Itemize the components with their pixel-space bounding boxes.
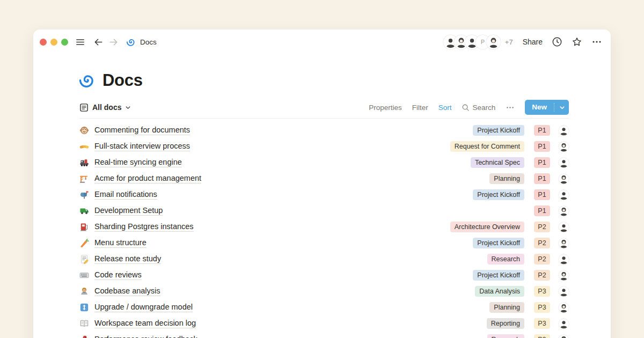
truck-icon [79, 206, 89, 216]
assignee-avatar [559, 190, 569, 200]
priority-badge: P3 [534, 318, 550, 329]
doc-title[interactable]: Acme for product management [94, 174, 201, 183]
woman-technologist-icon [79, 286, 89, 296]
doc-title[interactable]: Workspace team decision log [94, 319, 196, 328]
doc-tag: Project Kickoff [473, 238, 524, 248]
toolbar-more-icon[interactable] [506, 103, 515, 112]
doc-row[interactable]: Real-time syncing engineTechnical SpecP1 [79, 155, 569, 171]
doc-title[interactable]: Real-time syncing engine [94, 158, 182, 167]
more-options-icon[interactable] [591, 36, 602, 47]
doc-title[interactable]: Full-stack interview process [94, 142, 190, 151]
fuel-pump-icon [79, 222, 89, 232]
doc-title[interactable]: Sharding Postgres instances [94, 222, 194, 232]
hamburger-menu-icon[interactable] [75, 37, 85, 47]
doc-title[interactable]: Performance review feedback [94, 335, 197, 338]
page-title: Docs [103, 71, 143, 90]
keyboard-icon [79, 270, 89, 280]
assignee-avatar [559, 126, 569, 136]
assignee-avatar [559, 303, 569, 313]
doc-tag: Planning [489, 302, 524, 313]
doc-tag: Project Kickoff [473, 125, 524, 136]
assignee-avatar [559, 335, 569, 338]
assignee-avatar [559, 238, 569, 248]
doc-row[interactable]: Codebase analysisData AnalysisP3 [79, 283, 569, 299]
new-dropdown-chevron-icon[interactable] [555, 105, 569, 111]
doc-title[interactable]: Commenting for documents [94, 126, 190, 135]
close-window-button[interactable] [40, 39, 47, 46]
docs-app-logo-icon [127, 38, 136, 47]
sort-button[interactable]: Sort [438, 104, 452, 112]
doc-row[interactable]: Development SetupP1 [79, 203, 569, 219]
assignee-avatar [559, 174, 569, 184]
doc-title[interactable]: Menu structure [94, 238, 147, 248]
doc-tag: Research [487, 254, 525, 264]
history-clock-icon[interactable] [552, 36, 562, 47]
doc-tag: Request for Comment [450, 141, 524, 152]
assignee-avatar [559, 142, 569, 152]
doc-tag: Project Kickoff [473, 189, 524, 200]
page-header: Docs [79, 71, 569, 90]
favorite-star-icon[interactable] [572, 36, 582, 47]
chevron-down-icon [125, 105, 131, 111]
doc-row[interactable]: Acme for product managementPlanningP1 [79, 171, 569, 187]
assignee-avatar [559, 286, 569, 297]
view-switcher-all-docs[interactable]: All docs [79, 103, 131, 112]
priority-badge: P3 [534, 302, 550, 313]
properties-button[interactable]: Properties [369, 104, 402, 112]
priority-badge: P1 [534, 141, 550, 152]
document-icon [79, 103, 89, 112]
avatar-stack[interactable]: P [443, 35, 501, 49]
doc-row[interactable]: Workspace team decision logReportingP3 [79, 315, 569, 332]
avatar-overflow-count: +7 [505, 38, 513, 46]
doc-row[interactable]: Code reviewsProject KickoffP2 [79, 267, 569, 283]
view-toolbar: All docs Properties Filter Sort Search [79, 99, 569, 115]
zoom-window-button[interactable] [61, 39, 68, 46]
mailbox-icon [79, 190, 89, 200]
doc-title[interactable]: Upgrade / downgrade model [94, 303, 193, 312]
window-title: Docs [140, 38, 157, 46]
doc-tag: Reporting [487, 318, 524, 329]
locomotive-icon [79, 158, 89, 167]
docs-page-logo-icon [79, 72, 96, 89]
doc-tag: Data Analysis [475, 286, 524, 297]
doc-title[interactable]: Email notifications [94, 190, 157, 200]
doc-title[interactable]: Codebase analysis [94, 286, 160, 296]
carrot-icon [79, 238, 89, 248]
priority-badge: P1 [534, 173, 550, 184]
priority-badge: P1 [534, 125, 550, 136]
doc-title[interactable]: Release note study [94, 254, 161, 264]
docs-list: Commenting for documentsProject KickoffP… [79, 122, 569, 338]
traffic-lights [40, 39, 68, 46]
minimize-window-button[interactable] [50, 39, 57, 46]
up-down-arrows-icon [79, 303, 89, 312]
doc-title[interactable]: Development Setup [94, 206, 163, 216]
share-button[interactable]: Share [523, 38, 543, 46]
window-titlebar: Docs P +7 Share [33, 30, 611, 54]
doc-tag: Technical Spec [471, 157, 524, 168]
assignee-avatar [559, 222, 569, 232]
doc-row[interactable]: Full-stack interview processRequest for … [79, 138, 569, 155]
doc-row[interactable]: Menu structureProject KickoffP2 [79, 235, 569, 251]
priority-badge: P1 [534, 157, 550, 168]
doc-tag: Planning [489, 173, 524, 184]
search-button[interactable]: Search [462, 104, 495, 112]
assignee-avatar [559, 206, 569, 216]
assignee-avatar [559, 270, 569, 281]
forward-arrow-icon[interactable] [108, 37, 119, 47]
doc-title[interactable]: Code reviews [94, 270, 142, 280]
assignee-avatar [559, 319, 569, 329]
doc-row[interactable]: Performance review feedbackResearchP3 [79, 332, 569, 338]
new-button[interactable]: New [525, 100, 569, 115]
doc-row[interactable]: Commenting for documentsProject KickoffP… [79, 122, 569, 138]
app-window: Docs P +7 Share Docs [33, 30, 611, 338]
search-icon [462, 104, 470, 112]
back-arrow-icon[interactable] [93, 37, 104, 47]
doc-row[interactable]: Upgrade / downgrade modelPlanningP3 [79, 299, 569, 315]
filter-button[interactable]: Filter [412, 104, 428, 112]
handshake-icon [79, 142, 89, 151]
doc-row[interactable]: Sharding Postgres instancesArchitecture … [79, 219, 569, 235]
doc-row[interactable]: Email notificationsProject KickoffP1 [79, 187, 569, 203]
avatar [486, 35, 501, 49]
doc-row[interactable]: Release note studyResearchP2 [79, 251, 569, 267]
priority-badge: P2 [534, 270, 550, 281]
